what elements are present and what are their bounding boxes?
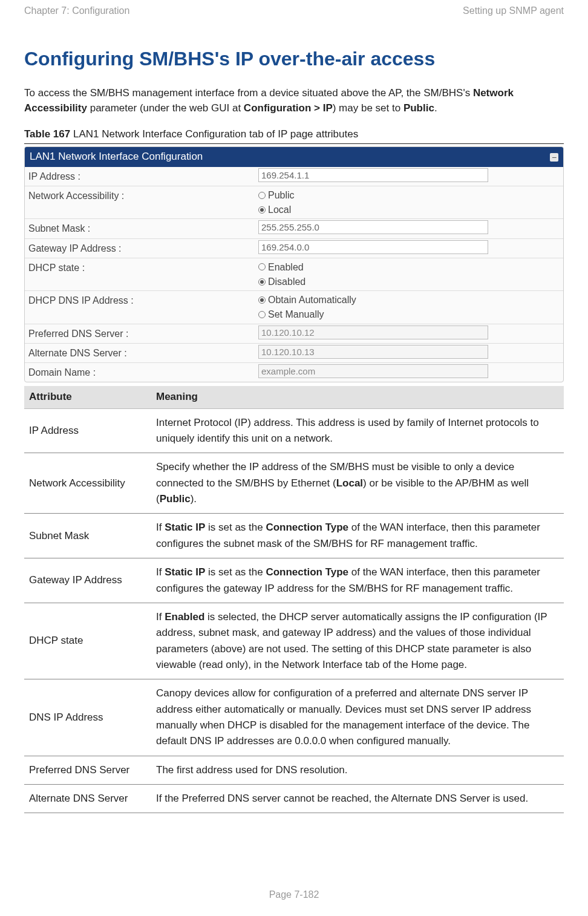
label-alternate-dns: Alternate DNS Server : (25, 344, 255, 362)
caption-bold: Table 167 (24, 128, 70, 140)
row-ip-address: IP Address : (25, 167, 563, 186)
attr-meaning: If the Preferred DNS server cannot be re… (151, 784, 564, 813)
subnet-mask-input[interactable] (258, 220, 488, 234)
radio-local-label: Local (268, 203, 291, 217)
ip-address-input[interactable] (258, 168, 488, 182)
radio-public[interactable] (258, 192, 266, 199)
attr-name: Alternate DNS Server (24, 784, 151, 813)
domain-name-input[interactable] (258, 364, 488, 378)
radio-dns-auto-label: Obtain Automatically (268, 293, 356, 307)
intro-text: To access the SM/BHS management interfac… (24, 87, 473, 99)
chapter-label: Chapter 7: Configuration (24, 4, 129, 18)
row-alternate-dns: Alternate DNS Server : (25, 344, 563, 363)
attr-name: DHCP state (24, 603, 151, 679)
attr-meaning: If Static IP is set as the Connection Ty… (151, 514, 564, 558)
attr-meaning: The first address used for DNS resolutio… (151, 756, 564, 784)
attr-meaning: Specify whether the IP address of the SM… (151, 453, 564, 514)
section-label: Setting up SNMP agent (463, 4, 564, 18)
table-row: Gateway IP AddressIf Static IP is set as… (24, 558, 564, 603)
label-dhcp-state: DHCP state : (25, 258, 255, 290)
table-row: Subnet MaskIf Static IP is set as the Co… (24, 514, 564, 558)
radio-dhcp-enabled-label: Enabled (268, 260, 304, 274)
label-preferred-dns: Preferred DNS Server : (25, 324, 255, 343)
intro-paragraph: To access the SM/BHS management interfac… (24, 85, 564, 116)
attr-meaning: If Enabled is selected, the DHCP server … (151, 603, 564, 679)
table-caption: Table 167 LAN1 Network Interface Configu… (24, 127, 564, 142)
row-subnet-mask: Subnet Mask : (25, 219, 563, 238)
attr-name: Subnet Mask (24, 514, 151, 558)
row-preferred-dns: Preferred DNS Server : (25, 324, 563, 344)
attr-name: IP Address (24, 408, 151, 453)
page-title: Configuring SM/BHS's IP over-the-air acc… (24, 45, 564, 73)
caption-text: LAN1 Network Interface Configuration tab… (70, 128, 358, 140)
attribute-table: Attribute Meaning IP AddressInternet Pro… (24, 386, 564, 813)
radio-local[interactable] (258, 206, 266, 214)
table-row: Preferred DNS ServerThe first address us… (24, 756, 564, 784)
row-network-accessibility: Network Accessibility : Public Local (25, 186, 563, 219)
table-row: DHCP stateIf Enabled is selected, the DH… (24, 603, 564, 679)
row-gateway: Gateway IP Address : (25, 239, 563, 258)
table-row: DNS IP AddressCanopy devices allow for c… (24, 679, 564, 756)
label-subnet-mask: Subnet Mask : (25, 219, 255, 238)
radio-dhcp-enabled[interactable] (258, 263, 266, 270)
label-ip-address: IP Address : (25, 167, 255, 186)
intro-text: ) may be set to (333, 102, 403, 114)
attr-name: DNS IP Address (24, 679, 151, 756)
gateway-input[interactable] (258, 240, 488, 254)
page-header: Chapter 7: Configuration Setting up SNMP… (24, 4, 564, 18)
table-row: Network AccessibilitySpecify whether the… (24, 453, 564, 514)
attr-name: Gateway IP Address (24, 558, 151, 603)
panel-titlebar: LAN1 Network Interface Configuration − (25, 147, 563, 167)
intro-text: . (434, 102, 437, 114)
intro-bold: Public (403, 102, 434, 114)
table-row: Alternate DNS ServerIf the Preferred DNS… (24, 784, 564, 813)
preferred-dns-input[interactable] (258, 326, 488, 339)
config-panel: LAN1 Network Interface Configuration − I… (24, 146, 564, 382)
label-network-accessibility: Network Accessibility : (25, 186, 255, 218)
page-number: Page 7-182 (0, 888, 588, 901)
collapse-icon[interactable]: − (550, 153, 558, 162)
alternate-dns-input[interactable] (258, 345, 488, 359)
row-dhcp-dns: DHCP DNS IP Address : Obtain Automatical… (25, 291, 563, 324)
panel-title: LAN1 Network Interface Configuration (30, 149, 203, 165)
attr-name: Preferred DNS Server (24, 756, 151, 784)
label-gateway: Gateway IP Address : (25, 239, 255, 258)
radio-dhcp-disabled-label: Disabled (268, 275, 305, 289)
radio-dns-manual-label: Set Manually (268, 307, 324, 321)
radio-dhcp-disabled[interactable] (258, 278, 266, 286)
radio-dns-auto[interactable] (258, 296, 266, 304)
attr-meaning: Canopy devices allow for configuration o… (151, 679, 564, 756)
col-meaning: Meaning (151, 386, 564, 408)
intro-text: parameter (under the web GUI at (87, 102, 244, 114)
rule (24, 143, 564, 144)
table-row: IP AddressInternet Protocol (IP) address… (24, 408, 564, 453)
label-dhcp-dns: DHCP DNS IP Address : (25, 291, 255, 323)
radio-public-label: Public (268, 188, 295, 202)
intro-bold: Configuration > IP (244, 102, 333, 114)
col-attribute: Attribute (24, 386, 151, 408)
radio-dns-manual[interactable] (258, 311, 266, 318)
attr-meaning: If Static IP is set as the Connection Ty… (151, 558, 564, 603)
attr-name: Network Accessibility (24, 453, 151, 514)
row-domain-name: Domain Name : (25, 363, 563, 382)
attr-meaning: Internet Protocol (IP) address. This add… (151, 408, 564, 453)
row-dhcp-state: DHCP state : Enabled Disabled (25, 258, 563, 291)
label-domain-name: Domain Name : (25, 363, 255, 382)
